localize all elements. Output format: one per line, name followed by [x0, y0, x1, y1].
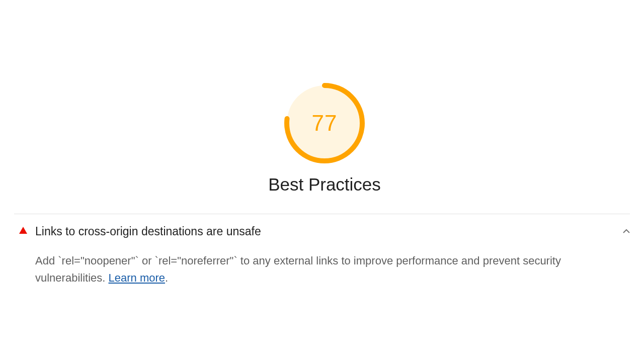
category-title: Best Practices	[268, 174, 381, 195]
audit-description: Add `rel="noopener"` or `rel="noreferrer…	[35, 252, 615, 287]
audit-content: Links to cross-origin destinations are u…	[35, 223, 615, 287]
svg-marker-1	[19, 227, 27, 234]
score-value: 77	[312, 111, 338, 136]
warning-triangle-icon	[19, 227, 27, 234]
score-gauge: 77	[284, 83, 365, 163]
audit-title: Links to cross-origin destinations are u…	[35, 223, 615, 239]
chevron-up-icon[interactable]	[623, 226, 630, 235]
audit-item[interactable]: Links to cross-origin destinations are u…	[0, 214, 644, 287]
learn-more-link[interactable]: Learn more	[109, 272, 166, 284]
audit-description-suffix: .	[165, 272, 168, 284]
score-section: 77 Best Practices	[0, 83, 644, 195]
